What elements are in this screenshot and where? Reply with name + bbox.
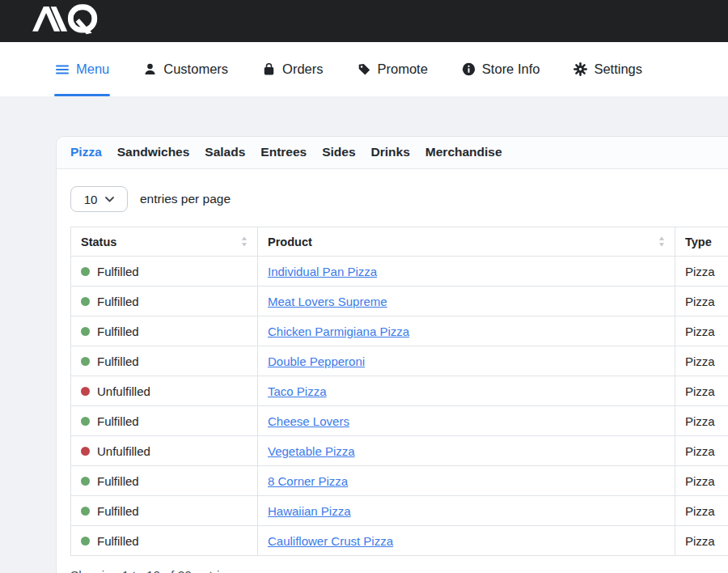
type-cell: Pizza: [675, 257, 728, 286]
tab-pizza[interactable]: Pizza: [70, 145, 102, 159]
brand-logo[interactable]: [31, 3, 99, 39]
column-header-product[interactable]: Product: [258, 227, 675, 257]
status-cell: Fulfilled: [71, 346, 258, 376]
product-cell: Taco Pizza: [258, 376, 675, 406]
product-cell: Double Pepperoni: [258, 346, 675, 376]
entries-per-page-label: entries per page: [140, 192, 231, 206]
menu-icon: [55, 62, 70, 77]
product-link[interactable]: 8 Corner Pizza: [268, 474, 348, 488]
status-dot-icon: [81, 357, 90, 366]
product-link[interactable]: Chicken Parmigiana Pizza: [268, 325, 409, 338]
tab-merchandise[interactable]: Merchandise: [425, 145, 502, 159]
status-cell: Unfulfilled: [71, 376, 258, 406]
tab-salads[interactable]: Salads: [205, 145, 245, 159]
column-header-type: Type: [675, 227, 728, 257]
nav-item-menu[interactable]: Menu: [55, 42, 109, 96]
type-cell: Pizza: [675, 436, 728, 466]
type-cell: Pizza: [675, 286, 728, 316]
table-row: FulfilledHawaiian PizzaPizza: [71, 496, 728, 526]
product-cell: Vegetable Pizza: [258, 436, 675, 466]
status-cell: Fulfilled: [71, 526, 258, 556]
status-label: Fulfilled: [97, 295, 139, 308]
page-size-row: 10 entries per page: [70, 186, 728, 212]
status-label: Unfulfilled: [97, 444, 150, 458]
column-header-label: Type: [685, 236, 712, 248]
tag-icon: [358, 62, 371, 76]
status-label: Fulfilled: [97, 414, 139, 428]
column-header-status[interactable]: Status: [71, 227, 258, 257]
column-header-label: Status: [81, 236, 116, 248]
status-dot-icon: [81, 297, 90, 306]
sort-icon: [658, 236, 665, 247]
nav-item-label: Customers: [163, 62, 228, 77]
status-dot-icon: [81, 477, 90, 486]
product-cell: Chicken Parmigiana Pizza: [258, 316, 675, 346]
nav-item-customers[interactable]: Customers: [143, 42, 228, 96]
column-header-label: Product: [268, 236, 312, 248]
nav-item-store-info[interactable]: Store Info: [462, 42, 540, 96]
table-header-row: StatusProductType: [71, 227, 728, 257]
table-row: FulfilledChicken Parmigiana PizzaPizza: [71, 316, 728, 346]
status-dot-icon: [81, 537, 90, 545]
status-label: Fulfilled: [97, 534, 139, 548]
tab-sandwiches[interactable]: Sandwiches: [117, 145, 190, 159]
nav-item-promote[interactable]: Promote: [358, 42, 428, 96]
product-link[interactable]: Individual Pan Pizza: [268, 265, 377, 278]
nav-item-label: Menu: [76, 62, 109, 77]
type-cell: Pizza: [675, 496, 728, 526]
product-link[interactable]: Taco Pizza: [268, 384, 327, 398]
entries-per-page-select[interactable]: 10: [70, 186, 128, 212]
nav-item-label: Promote: [378, 62, 428, 77]
table-row: FulfilledCheese LoversPizza: [71, 406, 728, 436]
tab-sides[interactable]: Sides: [322, 145, 355, 159]
tab-drinks[interactable]: Drinks: [371, 145, 410, 159]
showing-entries-summary: Showing 1 to 10 of 20 entries: [70, 568, 728, 573]
product-cell: Cheese Lovers: [258, 406, 675, 436]
product-cell: Cauliflower Crust Pizza: [258, 526, 675, 556]
status-dot-icon: [81, 447, 90, 456]
products-table: StatusProductType FulfilledIndividual Pa…: [70, 227, 728, 556]
gear-icon: [574, 62, 587, 76]
status-dot-icon: [81, 327, 90, 336]
status-label: Fulfilled: [97, 354, 139, 368]
tab-entrees[interactable]: Entrees: [260, 145, 307, 159]
menu-card-body: 10 entries per page StatusProductType Fu…: [57, 169, 728, 573]
status-dot-icon: [81, 507, 90, 516]
product-link[interactable]: Meat Lovers Supreme: [268, 295, 387, 308]
status-label: Fulfilled: [97, 325, 139, 338]
product-link[interactable]: Cheese Lovers: [268, 414, 349, 428]
status-label: Fulfilled: [97, 474, 139, 488]
chevron-down-icon: [105, 197, 114, 202]
table-row: FulfilledCauliflower Crust PizzaPizza: [71, 526, 728, 556]
menu-card: PizzaSandwichesSaladsEntreesSidesDrinksM…: [56, 136, 728, 573]
product-link[interactable]: Hawaiian Pizza: [268, 504, 351, 518]
type-cell: Pizza: [675, 526, 728, 556]
product-cell: Individual Pan Pizza: [258, 257, 675, 286]
primary-nav: MenuCustomersOrdersPromoteStore InfoSett…: [0, 42, 728, 96]
nav-item-label: Orders: [282, 62, 323, 77]
type-cell: Pizza: [675, 376, 728, 406]
table-row: UnfulfilledVegetable PizzaPizza: [71, 436, 728, 466]
nav-item-settings[interactable]: Settings: [574, 42, 642, 96]
nav-item-label: Store Info: [482, 62, 540, 77]
status-cell: Fulfilled: [71, 496, 258, 526]
table-row: FulfilledMeat Lovers SupremePizza: [71, 286, 728, 316]
product-link[interactable]: Cauliflower Crust Pizza: [268, 534, 393, 548]
nav-item-orders[interactable]: Orders: [262, 42, 323, 96]
table-row: UnfulfilledTaco PizzaPizza: [71, 376, 728, 406]
status-dot-icon: [81, 267, 90, 276]
table-row: FulfilledDouble PepperoniPizza: [71, 346, 728, 376]
product-link[interactable]: Vegetable Pizza: [268, 444, 355, 458]
product-link[interactable]: Double Pepperoni: [268, 354, 365, 368]
status-cell: Fulfilled: [71, 316, 258, 346]
table-row: Fulfilled8 Corner PizzaPizza: [71, 466, 728, 496]
table-row: FulfilledIndividual Pan PizzaPizza: [71, 257, 728, 286]
status-cell: Unfulfilled: [71, 436, 258, 466]
top-app-bar: [0, 0, 728, 42]
sort-icon: [241, 236, 248, 247]
status-cell: Fulfilled: [71, 286, 258, 316]
entries-per-page-value: 10: [84, 193, 98, 206]
product-cell: Hawaiian Pizza: [258, 496, 675, 526]
category-tabs: PizzaSandwichesSaladsEntreesSidesDrinksM…: [57, 137, 728, 169]
main-content: PizzaSandwichesSaladsEntreesSidesDrinksM…: [0, 96, 728, 573]
